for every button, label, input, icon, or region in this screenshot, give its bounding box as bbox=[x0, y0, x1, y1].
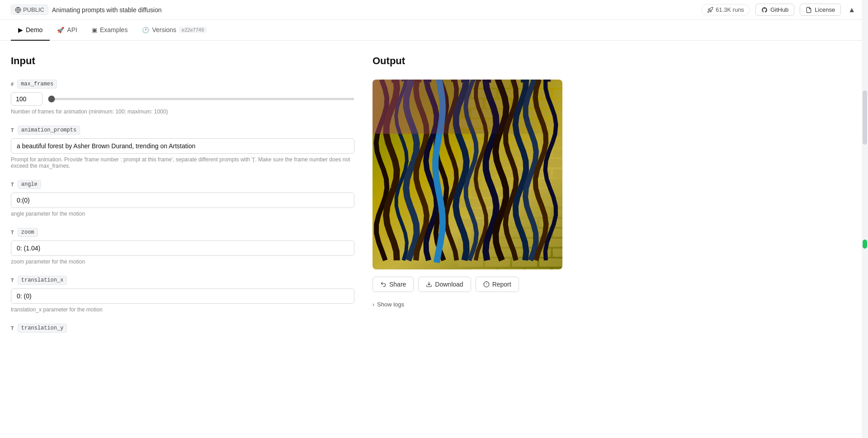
tab-api-label: API bbox=[67, 26, 77, 33]
field-zoom: T zoom zoom parameter for the motion bbox=[11, 228, 354, 265]
examples-grid-icon: ▣ bbox=[92, 27, 97, 33]
download-label: Download bbox=[435, 281, 463, 288]
zoom-name: zoom bbox=[18, 228, 38, 237]
input-section-title: Input bbox=[11, 55, 354, 67]
public-label: PUBLIC bbox=[23, 6, 44, 13]
field-angle: T angle angle parameter for the motion bbox=[11, 180, 354, 217]
github-icon bbox=[761, 7, 768, 13]
slider-row-max-frames bbox=[11, 92, 354, 106]
translation-y-name: translation_y bbox=[18, 324, 67, 333]
runs-count: 61.3K runs bbox=[716, 6, 744, 13]
tabs-bar: ▶ Demo 🚀 API ▣ Examples 🕐 Versions e22e7… bbox=[0, 20, 868, 41]
tab-versions[interactable]: 🕐 Versions e22e7749 bbox=[135, 20, 214, 41]
animation-prompts-name: animation_prompts bbox=[18, 126, 80, 135]
top-bar-left: PUBLIC Animating prompts with stable dif… bbox=[11, 5, 162, 15]
license-label: License bbox=[815, 6, 835, 13]
download-button[interactable]: Download bbox=[418, 277, 471, 292]
angle-type: T bbox=[11, 182, 14, 187]
animation-prompts-type: T bbox=[11, 127, 14, 133]
field-translation-x: T translation_x translation_x parameter … bbox=[11, 276, 354, 313]
tab-demo-label: Demo bbox=[26, 26, 42, 33]
zoom-input[interactable] bbox=[11, 240, 354, 256]
output-section-title: Output bbox=[373, 55, 857, 67]
max-frames-slider[interactable] bbox=[48, 98, 354, 100]
max-frames-name: max_frames bbox=[17, 80, 57, 89]
tab-examples-label: Examples bbox=[100, 26, 127, 33]
download-icon bbox=[426, 281, 432, 287]
report-button[interactable]: Report bbox=[476, 277, 519, 292]
runs-badge: 61.3K runs bbox=[701, 4, 750, 15]
animation-prompts-hint: Prompt for animation. Provide 'frame num… bbox=[11, 156, 354, 169]
collapse-icon: ▲ bbox=[848, 6, 855, 14]
zoom-hint: zoom parameter for the motion bbox=[11, 259, 354, 265]
field-label-row-translation-y: T translation_y bbox=[11, 324, 354, 333]
translation-x-name: translation_x bbox=[18, 276, 67, 285]
max-frames-number-input[interactable] bbox=[11, 92, 42, 106]
zoom-type: T bbox=[11, 230, 14, 235]
animation-prompts-input[interactable] bbox=[11, 138, 354, 154]
public-badge: PUBLIC bbox=[11, 5, 48, 15]
scrollbar-track bbox=[862, 0, 868, 424]
translation-y-type: T bbox=[11, 325, 14, 331]
collapse-button[interactable]: ▲ bbox=[846, 4, 857, 16]
scrollbar-thumb[interactable] bbox=[863, 90, 867, 145]
field-label-row-translation-x: T translation_x bbox=[11, 276, 354, 285]
tab-demo[interactable]: ▶ Demo bbox=[11, 20, 50, 41]
field-label-row-max-frames: # max_frames bbox=[11, 80, 354, 89]
tab-api[interactable]: 🚀 API bbox=[50, 20, 85, 41]
output-image bbox=[373, 80, 562, 269]
field-label-row-animation-prompts: T animation_prompts bbox=[11, 126, 354, 135]
scrollbar-thumb-green bbox=[863, 240, 867, 249]
max-frames-hint: Number of frames for animation (minimum:… bbox=[11, 108, 354, 115]
max-frames-type: # bbox=[11, 81, 14, 87]
top-bar: PUBLIC Animating prompts with stable dif… bbox=[0, 0, 868, 20]
share-icon bbox=[380, 281, 387, 287]
api-rocket-icon: 🚀 bbox=[57, 27, 64, 33]
input-panel: Input # max_frames Number of frames for … bbox=[11, 55, 354, 410]
output-panel: Output Share Download Report › Show logs bbox=[373, 55, 857, 410]
github-button[interactable]: GitHub bbox=[755, 4, 794, 16]
field-translation-y: T translation_y bbox=[11, 324, 354, 333]
field-label-row-angle: T angle bbox=[11, 180, 354, 189]
field-animation-prompts: T animation_prompts Prompt for animation… bbox=[11, 126, 354, 169]
main-content: Input # max_frames Number of frames for … bbox=[0, 41, 868, 424]
globe-icon bbox=[15, 7, 21, 13]
translation-x-input[interactable] bbox=[11, 288, 354, 304]
github-label: GitHub bbox=[770, 6, 788, 13]
angle-name: angle bbox=[18, 180, 41, 189]
show-logs-chevron-icon: › bbox=[373, 301, 374, 308]
report-label: Report bbox=[492, 281, 511, 288]
show-logs-button[interactable]: › Show logs bbox=[373, 299, 404, 310]
field-label-row-zoom: T zoom bbox=[11, 228, 354, 237]
share-label: Share bbox=[389, 281, 406, 288]
output-image-container bbox=[373, 80, 562, 269]
share-button[interactable]: Share bbox=[373, 277, 414, 292]
tab-examples[interactable]: ▣ Examples bbox=[85, 20, 135, 41]
output-actions: Share Download Report bbox=[373, 277, 857, 292]
show-logs-label: Show logs bbox=[377, 301, 404, 308]
license-button[interactable]: License bbox=[800, 4, 841, 16]
license-icon bbox=[806, 7, 812, 13]
tab-versions-label: Versions bbox=[152, 26, 176, 33]
translation-x-type: T bbox=[11, 278, 14, 283]
report-icon bbox=[483, 281, 490, 287]
translation-x-hint: translation_x parameter for the motion bbox=[11, 306, 354, 313]
page-title-top: Animating prompts with stable diffusion bbox=[52, 6, 162, 14]
field-max-frames: # max_frames Number of frames for animat… bbox=[11, 80, 354, 115]
angle-hint: angle parameter for the motion bbox=[11, 211, 354, 217]
versions-clock-icon: 🕐 bbox=[142, 27, 149, 33]
rocket-icon bbox=[707, 7, 713, 13]
version-badge: e22e7749 bbox=[179, 27, 207, 33]
demo-play-icon: ▶ bbox=[18, 26, 23, 33]
angle-input[interactable] bbox=[11, 193, 354, 208]
